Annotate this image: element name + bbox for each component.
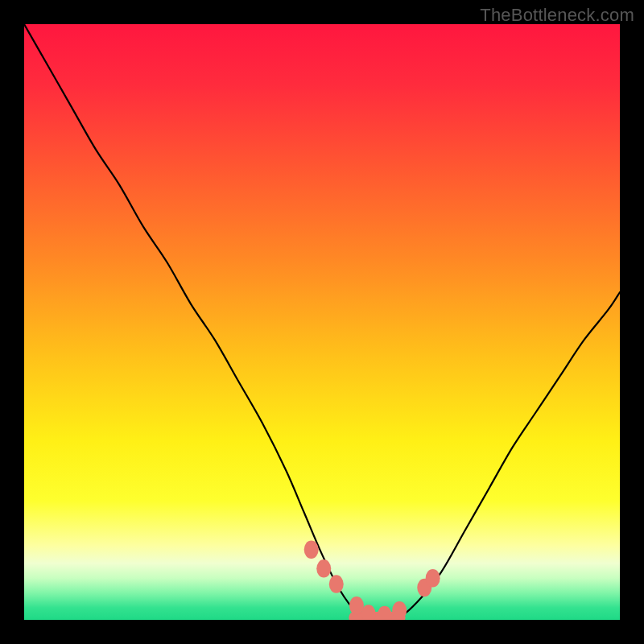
curve-marker	[304, 540, 319, 559]
valley-markers	[304, 540, 440, 620]
outer-black-frame: TheBottleneck.com	[0, 0, 644, 644]
curve-marker	[316, 559, 331, 578]
curve-marker	[378, 606, 392, 620]
curve-marker	[426, 569, 440, 588]
curve-marker	[392, 601, 407, 620]
bottleneck-curve	[24, 24, 620, 620]
curve-marker	[329, 575, 344, 593]
plot-area	[24, 24, 620, 620]
watermark-text: TheBottleneck.com	[480, 5, 634, 26]
